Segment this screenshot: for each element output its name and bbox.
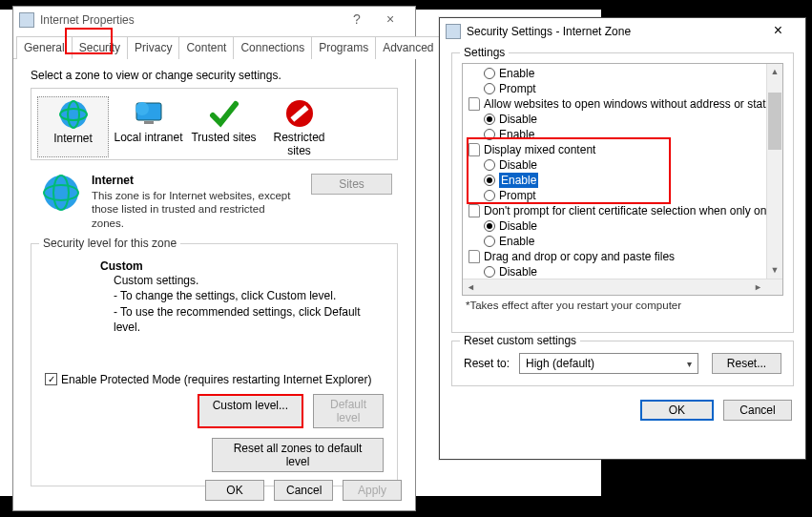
radio-icon[interactable]	[484, 159, 495, 171]
scroll-thumb[interactable]	[768, 93, 781, 150]
reset-custom-settings-group: Reset custom settings Reset to: High (de…	[451, 341, 794, 386]
sites-button[interactable]: Sites	[311, 174, 392, 195]
svg-point-0	[60, 101, 87, 128]
reset-to-value: High (default)	[526, 357, 594, 370]
zone-internet-label: Internet	[38, 132, 108, 145]
tab-security[interactable]: Security	[72, 36, 128, 59]
scroll-up-icon[interactable]: ▲	[767, 64, 782, 80]
takes-effect-note: *Takes effect after you restart your com…	[466, 300, 783, 311]
scroll-left-icon[interactable]: ◄	[463, 279, 479, 295]
vertical-scrollbar[interactable]: ▲ ▼	[766, 64, 782, 279]
custom-level-button[interactable]: Custom level...	[198, 394, 303, 428]
close-button[interactable]: ×	[371, 10, 409, 31]
setting-icon	[468, 250, 480, 263]
radio-icon[interactable]	[484, 68, 495, 79]
tab-privacy[interactable]: Privacy	[127, 36, 179, 59]
reset-all-zones-button[interactable]: Reset all zones to default level	[212, 438, 384, 472]
window-title: Internet Properties	[40, 13, 343, 27]
radio-icon[interactable]	[484, 220, 495, 232]
custom-heading: Custom	[100, 259, 384, 273]
radio-icon[interactable]	[484, 83, 495, 94]
reset-button[interactable]: Reset...	[712, 353, 781, 374]
reset-to-select[interactable]: High (default) ▾	[519, 353, 698, 374]
opt-prompt: Prompt	[499, 295, 536, 296]
setting-display-mixed-content: Display mixed content	[484, 142, 595, 157]
security-level-group: Security level for this zone Custom Cust…	[31, 243, 398, 486]
settings-tree[interactable]: Enable Prompt Allow websites to open win…	[462, 63, 783, 296]
scroll-down-icon[interactable]: ▼	[767, 262, 782, 279]
settings-group: Settings Enable Prompt Allow websites to…	[451, 52, 794, 333]
help-button[interactable]: ?	[343, 10, 371, 31]
setting-icon	[468, 97, 480, 111]
setting-icon	[468, 143, 480, 156]
default-level-button[interactable]: Default level	[313, 394, 384, 428]
internet-properties-dialog: Internet Properties ? × General Security…	[12, 6, 416, 511]
tab-programs[interactable]: Programs	[311, 36, 376, 59]
custom-line2: - To use the recommended settings, click…	[114, 304, 384, 335]
opt-prompt: Prompt	[499, 188, 536, 203]
radio-icon[interactable]	[484, 266, 495, 278]
svg-rect-4	[144, 121, 154, 124]
reset-group-title: Reset custom settings	[460, 334, 580, 347]
cancel-button[interactable]: Cancel	[723, 400, 792, 421]
zone-detail-desc: This zone is for Internet websites, exce…	[92, 189, 300, 230]
opt-disable: Disable	[499, 218, 537, 234]
restricted-icon	[263, 96, 335, 131]
zone-prompt: Select a zone to view or change security…	[31, 69, 398, 82]
opt-enable: Enable	[499, 234, 534, 249]
window-icon	[446, 24, 461, 39]
opt-enable: Enable	[499, 127, 534, 142]
zone-internet[interactable]: Internet	[37, 96, 109, 157]
radio-icon[interactable]	[484, 175, 495, 186]
zone-local-intranet[interactable]: Local intranet	[113, 96, 184, 157]
tab-general[interactable]: General	[16, 36, 73, 59]
globe-large-icon	[42, 174, 80, 212]
setting-icon	[468, 204, 480, 217]
horizontal-scrollbar[interactable]: ◄ ►	[463, 279, 782, 295]
tab-connections[interactable]: Connections	[233, 36, 312, 59]
scroll-right-icon[interactable]: ►	[750, 279, 766, 295]
opt-enable: Enable	[499, 66, 534, 81]
radio-icon[interactable]	[484, 129, 495, 140]
opt-disable: Disable	[499, 112, 537, 127]
protected-mode-checkbox[interactable]: ✓	[45, 373, 57, 385]
zone-detail-heading: Internet	[92, 174, 300, 187]
zone-trusted-sites[interactable]: Trusted sites	[188, 96, 260, 157]
opt-disable: Disable	[499, 264, 537, 279]
radio-icon[interactable]	[484, 190, 495, 201]
settings-group-title: Settings	[460, 46, 509, 59]
zone-list: Internet Local intranet Trusted sites Re…	[31, 88, 398, 160]
tab-advanced[interactable]: Advanced	[375, 36, 441, 59]
setting-allow-windows: Allow websites to open windows without a…	[484, 96, 783, 112]
chevron-down-icon: ▾	[687, 359, 692, 369]
reset-to-label: Reset to:	[464, 357, 510, 370]
cancel-button[interactable]: Cancel	[274, 480, 333, 501]
zone-trusted-label: Trusted sites	[188, 131, 260, 144]
zone-local-label: Local intranet	[113, 131, 184, 144]
radio-icon[interactable]	[484, 114, 495, 125]
svg-point-5	[135, 102, 149, 115]
opt-enable-selected: Enable	[499, 173, 538, 188]
protected-mode-label: Enable Protected Mode (requires restarti…	[61, 373, 372, 386]
ok-button[interactable]: OK	[205, 480, 264, 501]
radio-icon[interactable]	[484, 236, 495, 247]
security-settings-dialog: Security Settings - Internet Zone × Sett…	[439, 17, 806, 460]
tab-content[interactable]: Content	[178, 36, 234, 59]
zone-restricted-sites[interactable]: Restricted sites	[263, 96, 335, 157]
apply-button[interactable]: Apply	[343, 480, 402, 501]
checkmark-icon	[188, 96, 260, 131]
titlebar: Internet Properties ? ×	[13, 7, 415, 33]
monitor-icon	[113, 96, 184, 131]
window-icon	[19, 12, 34, 28]
window-title: Security Settings - Internet Zone	[467, 25, 757, 38]
custom-line1: - To change the settings, click Custom l…	[114, 288, 384, 303]
zone-restricted-label: Restricted sites	[263, 131, 335, 157]
setting-dont-prompt-cert: Don't prompt for client certificate sele…	[484, 203, 783, 218]
opt-disable: Disable	[499, 157, 537, 173]
close-button[interactable]: ×	[757, 18, 800, 45]
ok-button[interactable]: OK	[640, 400, 714, 421]
setting-drag-drop: Drag and drop or copy and paste files	[484, 249, 675, 264]
svg-point-8	[44, 176, 78, 210]
opt-prompt: Prompt	[499, 81, 536, 96]
security-level-group-title: Security level for this zone	[39, 237, 180, 250]
